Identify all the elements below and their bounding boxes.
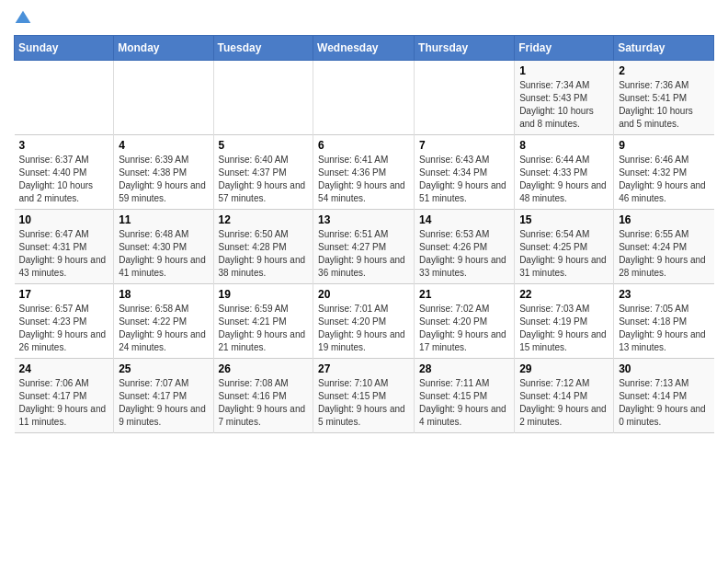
day-info: Sunrise: 6:40 AM Sunset: 4:37 PM Dayligh…	[219, 154, 309, 205]
cell-4-4: 28Sunrise: 7:11 AM Sunset: 4:15 PM Dayli…	[415, 359, 515, 433]
day-number: 1	[519, 64, 609, 77]
day-info: Sunrise: 7:02 AM Sunset: 4:20 PM Dayligh…	[419, 303, 509, 354]
cell-0-2	[213, 61, 313, 135]
cell-1-2: 5Sunrise: 6:40 AM Sunset: 4:37 PM Daylig…	[213, 135, 313, 210]
week-row-0: 1Sunrise: 7:34 AM Sunset: 5:43 PM Daylig…	[15, 61, 714, 135]
day-info: Sunrise: 6:37 AM Sunset: 4:40 PM Dayligh…	[19, 154, 109, 205]
day-number: 29	[519, 362, 609, 375]
day-info: Sunrise: 7:34 AM Sunset: 5:43 PM Dayligh…	[519, 79, 609, 131]
day-number: 6	[318, 139, 409, 152]
day-info: Sunrise: 6:51 AM Sunset: 4:27 PM Dayligh…	[318, 228, 409, 280]
day-info: Sunrise: 6:39 AM Sunset: 4:38 PM Dayligh…	[119, 154, 208, 205]
cell-3-1: 18Sunrise: 6:58 AM Sunset: 4:22 PM Dayli…	[114, 284, 213, 359]
cell-2-4: 14Sunrise: 6:53 AM Sunset: 4:26 PM Dayli…	[415, 210, 515, 284]
header-tuesday: Tuesday	[213, 36, 313, 61]
day-number: 30	[619, 362, 709, 375]
day-number: 28	[419, 362, 509, 375]
day-number: 2	[619, 64, 709, 77]
cell-2-6: 16Sunrise: 6:55 AM Sunset: 4:24 PM Dayli…	[614, 210, 714, 284]
cell-0-5: 1Sunrise: 7:34 AM Sunset: 5:43 PM Daylig…	[515, 61, 614, 135]
day-number: 12	[219, 213, 309, 226]
cell-1-1: 4Sunrise: 6:39 AM Sunset: 4:38 PM Daylig…	[114, 135, 213, 210]
week-row-3: 17Sunrise: 6:57 AM Sunset: 4:23 PM Dayli…	[15, 284, 714, 359]
day-info: Sunrise: 6:43 AM Sunset: 4:34 PM Dayligh…	[419, 154, 509, 205]
week-row-2: 10Sunrise: 6:47 AM Sunset: 4:31 PM Dayli…	[15, 210, 714, 284]
header-wednesday: Wednesday	[313, 36, 415, 61]
cell-3-6: 23Sunrise: 7:05 AM Sunset: 4:18 PM Dayli…	[614, 284, 714, 359]
day-info: Sunrise: 6:44 AM Sunset: 4:33 PM Dayligh…	[519, 154, 609, 205]
logo	[14, 9, 32, 28]
day-number: 24	[19, 362, 109, 375]
day-info: Sunrise: 6:55 AM Sunset: 4:24 PM Dayligh…	[619, 228, 709, 280]
day-number: 22	[519, 288, 609, 301]
day-number: 3	[19, 139, 109, 152]
day-number: 7	[419, 139, 509, 152]
header-thursday: Thursday	[415, 36, 515, 61]
calendar-table: Sunday Monday Tuesday Wednesday Thursday…	[14, 35, 714, 433]
cell-1-6: 9Sunrise: 6:46 AM Sunset: 4:32 PM Daylig…	[614, 135, 714, 210]
cell-4-5: 29Sunrise: 7:12 AM Sunset: 4:14 PM Dayli…	[515, 359, 614, 433]
day-info: Sunrise: 7:36 AM Sunset: 5:41 PM Dayligh…	[619, 79, 709, 131]
day-number: 20	[318, 288, 409, 301]
cell-0-1	[114, 61, 213, 135]
day-info: Sunrise: 6:58 AM Sunset: 4:22 PM Dayligh…	[119, 303, 208, 354]
day-info: Sunrise: 6:47 AM Sunset: 4:31 PM Dayligh…	[19, 228, 109, 280]
day-number: 5	[219, 139, 309, 152]
day-number: 25	[119, 362, 208, 375]
day-info: Sunrise: 7:06 AM Sunset: 4:17 PM Dayligh…	[19, 377, 109, 429]
day-info: Sunrise: 7:05 AM Sunset: 4:18 PM Dayligh…	[619, 303, 709, 354]
header-sunday: Sunday	[15, 36, 114, 61]
cell-1-0: 3Sunrise: 6:37 AM Sunset: 4:40 PM Daylig…	[15, 135, 114, 210]
day-info: Sunrise: 6:41 AM Sunset: 4:36 PM Dayligh…	[318, 154, 409, 205]
week-row-1: 3Sunrise: 6:37 AM Sunset: 4:40 PM Daylig…	[15, 135, 714, 210]
day-number: 4	[119, 139, 208, 152]
cell-3-2: 19Sunrise: 6:59 AM Sunset: 4:21 PM Dayli…	[213, 284, 313, 359]
day-number: 23	[619, 288, 709, 301]
day-info: Sunrise: 7:11 AM Sunset: 4:15 PM Dayligh…	[419, 377, 509, 429]
day-number: 19	[219, 288, 309, 301]
cell-2-5: 15Sunrise: 6:54 AM Sunset: 4:25 PM Dayli…	[515, 210, 614, 284]
day-number: 13	[318, 213, 409, 226]
header	[14, 9, 714, 28]
calendar-body: 1Sunrise: 7:34 AM Sunset: 5:43 PM Daylig…	[15, 61, 714, 433]
day-info: Sunrise: 6:46 AM Sunset: 4:32 PM Dayligh…	[619, 154, 709, 205]
day-info: Sunrise: 7:03 AM Sunset: 4:19 PM Dayligh…	[519, 303, 609, 354]
cell-3-0: 17Sunrise: 6:57 AM Sunset: 4:23 PM Dayli…	[15, 284, 114, 359]
cell-2-2: 12Sunrise: 6:50 AM Sunset: 4:28 PM Dayli…	[213, 210, 313, 284]
header-row: Sunday Monday Tuesday Wednesday Thursday…	[15, 36, 714, 61]
cell-3-4: 21Sunrise: 7:02 AM Sunset: 4:20 PM Dayli…	[415, 284, 515, 359]
day-info: Sunrise: 6:50 AM Sunset: 4:28 PM Dayligh…	[219, 228, 309, 280]
day-info: Sunrise: 6:57 AM Sunset: 4:23 PM Dayligh…	[19, 303, 109, 354]
page: Sunday Monday Tuesday Wednesday Thursday…	[0, 0, 728, 442]
cell-1-3: 6Sunrise: 6:41 AM Sunset: 4:36 PM Daylig…	[313, 135, 415, 210]
cell-0-0	[15, 61, 114, 135]
header-saturday: Saturday	[614, 36, 714, 61]
cell-0-4	[415, 61, 515, 135]
cell-3-3: 20Sunrise: 7:01 AM Sunset: 4:20 PM Dayli…	[313, 284, 415, 359]
day-info: Sunrise: 7:01 AM Sunset: 4:20 PM Dayligh…	[318, 303, 409, 354]
day-info: Sunrise: 7:07 AM Sunset: 4:17 PM Dayligh…	[119, 377, 208, 429]
day-number: 16	[619, 213, 709, 226]
cell-2-1: 11Sunrise: 6:48 AM Sunset: 4:30 PM Dayli…	[114, 210, 213, 284]
day-number: 10	[19, 213, 109, 226]
cell-1-4: 7Sunrise: 6:43 AM Sunset: 4:34 PM Daylig…	[415, 135, 515, 210]
day-info: Sunrise: 7:08 AM Sunset: 4:16 PM Dayligh…	[219, 377, 309, 429]
cell-2-0: 10Sunrise: 6:47 AM Sunset: 4:31 PM Dayli…	[15, 210, 114, 284]
cell-4-2: 26Sunrise: 7:08 AM Sunset: 4:16 PM Dayli…	[213, 359, 313, 433]
day-info: Sunrise: 6:48 AM Sunset: 4:30 PM Dayligh…	[119, 228, 208, 280]
cell-3-5: 22Sunrise: 7:03 AM Sunset: 4:19 PM Dayli…	[515, 284, 614, 359]
day-number: 17	[19, 288, 109, 301]
day-number: 18	[119, 288, 208, 301]
day-number: 26	[219, 362, 309, 375]
day-info: Sunrise: 7:13 AM Sunset: 4:14 PM Dayligh…	[619, 377, 709, 429]
cell-0-3	[313, 61, 415, 135]
cell-4-3: 27Sunrise: 7:10 AM Sunset: 4:15 PM Dayli…	[313, 359, 415, 433]
week-row-4: 24Sunrise: 7:06 AM Sunset: 4:17 PM Dayli…	[15, 359, 714, 433]
day-number: 15	[519, 213, 609, 226]
header-friday: Friday	[515, 36, 614, 61]
cell-1-5: 8Sunrise: 6:44 AM Sunset: 4:33 PM Daylig…	[515, 135, 614, 210]
day-info: Sunrise: 6:53 AM Sunset: 4:26 PM Dayligh…	[419, 228, 509, 280]
logo-icon	[14, 9, 32, 28]
day-info: Sunrise: 7:12 AM Sunset: 4:14 PM Dayligh…	[519, 377, 609, 429]
cell-0-6: 2Sunrise: 7:36 AM Sunset: 5:41 PM Daylig…	[614, 61, 714, 135]
